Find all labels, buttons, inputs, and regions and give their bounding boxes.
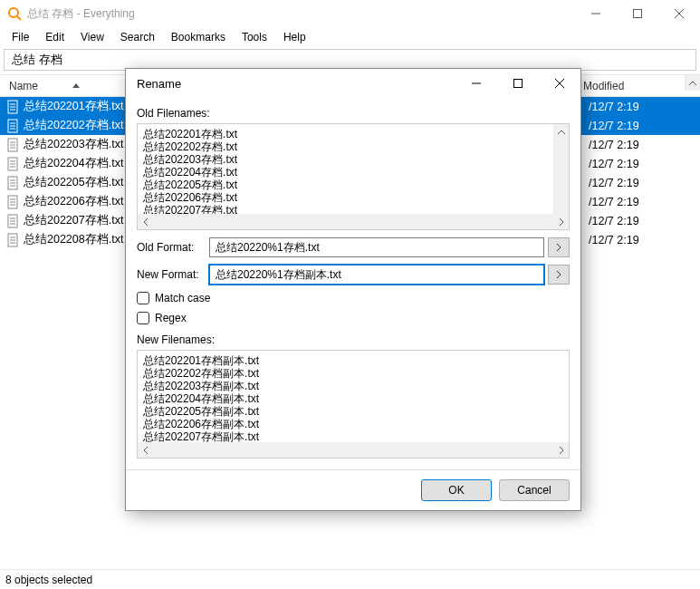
- everything-icon: [7, 6, 22, 21]
- maximize-button[interactable]: [617, 0, 658, 27]
- window-title: 总结 存档 - Everything: [27, 6, 575, 22]
- column-header-modified[interactable]: Modified: [576, 80, 624, 92]
- scroll-up-icon[interactable]: [553, 124, 569, 140]
- svg-rect-39: [514, 80, 523, 88]
- dialog-close-button[interactable]: [539, 69, 580, 98]
- menu-file[interactable]: File: [4, 29, 37, 45]
- dialog-footer: OK Cancel: [126, 469, 580, 510]
- menu-tools[interactable]: Tools: [234, 29, 275, 45]
- new-filenames-box[interactable]: 总结202201存档副本.txt 总结202202存档副本.txt 总结2022…: [137, 350, 570, 459]
- scroll-left-icon[interactable]: [138, 214, 153, 229]
- menu-edit[interactable]: Edit: [37, 29, 72, 45]
- scroll-left-icon[interactable]: [138, 442, 153, 458]
- svg-point-0: [9, 8, 18, 17]
- cancel-button[interactable]: Cancel: [499, 479, 570, 501]
- ok-button[interactable]: OK: [421, 479, 492, 501]
- dialog-minimize-button[interactable]: [455, 69, 497, 98]
- new-filenames-hscroll[interactable]: [138, 442, 569, 458]
- match-case-checkbox[interactable]: [137, 292, 149, 304]
- old-filenames-hscroll[interactable]: [138, 214, 569, 229]
- svg-rect-3: [634, 10, 642, 18]
- file-modified: /12/7 2:19: [589, 101, 639, 113]
- file-modified: /12/7 2:19: [589, 158, 639, 170]
- scroll-right-icon[interactable]: [553, 214, 569, 229]
- file-modified: /12/7 2:19: [589, 215, 639, 227]
- old-filenames-box[interactable]: 总结202201存档.txt 总结202202存档.txt 总结202203存档…: [137, 123, 570, 230]
- column-header-name-label: Name: [9, 80, 38, 92]
- search-input[interactable]: [10, 53, 690, 68]
- dialog-maximize-button[interactable]: [497, 69, 539, 98]
- scroll-right-icon[interactable]: [553, 442, 569, 458]
- status-bar: 8 objects selected: [0, 569, 700, 589]
- dialog-titlebar[interactable]: Rename: [126, 69, 580, 98]
- file-modified: /12/7 2:19: [589, 177, 639, 189]
- regex-label: Regex: [155, 312, 187, 324]
- menu-view[interactable]: View: [72, 29, 112, 45]
- old-format-label: Old Format:: [137, 241, 209, 254]
- file-modified: /12/7 2:19: [589, 196, 639, 208]
- match-case-label: Match case: [155, 292, 210, 304]
- menu-help[interactable]: Help: [275, 29, 314, 45]
- dialog-title: Rename: [137, 77, 455, 91]
- status-text: 8 objects selected: [5, 574, 92, 586]
- match-case-row[interactable]: Match case: [137, 292, 570, 304]
- svg-line-1: [17, 16, 21, 20]
- new-format-input[interactable]: [209, 265, 544, 285]
- list-scroll-up[interactable]: [685, 75, 700, 91]
- old-format-menu-button[interactable]: [548, 237, 570, 257]
- new-filenames-label: New Filenames:: [137, 333, 570, 346]
- sort-asc-icon: [72, 83, 80, 88]
- old-filenames-vscroll[interactable]: [553, 124, 569, 214]
- new-format-label: New Format:: [137, 268, 209, 281]
- new-format-menu-button[interactable]: [548, 265, 570, 285]
- menubar: File Edit View Search Bookmarks Tools He…: [0, 27, 700, 47]
- minimize-button[interactable]: [575, 0, 617, 27]
- menu-bookmarks[interactable]: Bookmarks: [163, 29, 234, 45]
- file-modified: /12/7 2:19: [589, 120, 639, 132]
- old-filenames-label: Old Filenames:: [137, 107, 570, 120]
- regex-checkbox[interactable]: [137, 312, 149, 324]
- regex-row[interactable]: Regex: [137, 312, 570, 324]
- menu-search[interactable]: Search: [112, 29, 163, 45]
- rename-dialog: Rename Old Filenames: 总结202201存档.txt 总结2…: [125, 68, 581, 511]
- main-titlebar: 总结 存档 - Everything: [0, 0, 700, 27]
- file-modified: /12/7 2:19: [589, 139, 639, 151]
- close-button[interactable]: [658, 0, 700, 27]
- old-format-input[interactable]: [209, 237, 544, 257]
- file-modified: /12/7 2:19: [589, 234, 639, 246]
